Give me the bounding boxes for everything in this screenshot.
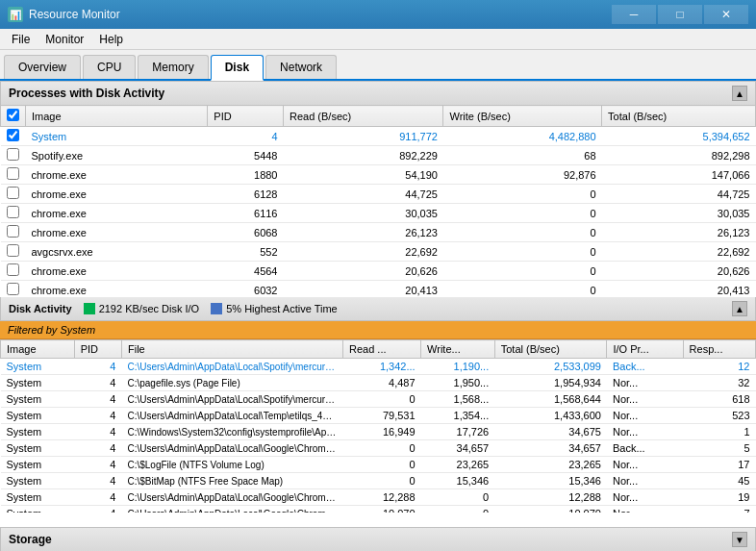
da-col-image: Image	[1, 340, 75, 359]
active-time-icon	[211, 303, 222, 314]
processes-row-8[interactable]: chrome.exe 6032 20,413 0 20,413	[1, 281, 756, 298]
row-image-8: chrome.exe	[26, 281, 208, 298]
disk-activity-table-container: Image PID File Read ... Write... Total (…	[0, 339, 756, 513]
processes-row-3[interactable]: chrome.exe 6128 44,725 0 44,725	[1, 185, 756, 204]
da-row-iopr-7: Nor...	[607, 473, 683, 489]
da-row-file-8: C:\Users\Admin\AppData\Local\Google\Chro…	[121, 489, 342, 506]
row-total-0: 5,394,652	[602, 127, 756, 146]
processes-row-0[interactable]: System 4 911,772 4,482,880 5,394,652	[1, 127, 756, 146]
row-pid-4: 6116	[208, 204, 284, 223]
da-col-file: File	[121, 340, 342, 359]
disk-activity-row-7[interactable]: System 4 C:\$BitMap (NTFS Free Space Map…	[1, 473, 756, 489]
da-row-read-9: 10,070	[342, 506, 420, 513]
disk-activity-row-1[interactable]: System 4 C:\pagefile.sys (Page File) 4,4…	[1, 375, 756, 391]
tab-overview[interactable]: Overview	[4, 55, 81, 79]
row-read-5: 26,123	[284, 223, 443, 242]
disk-activity-row-3[interactable]: System 4 C:\Users\Admin\AppData\Local\Te…	[1, 408, 756, 424]
da-row-write-8: 0	[421, 489, 495, 506]
processes-row-2[interactable]: chrome.exe 1880 54,190 92,876 147,066	[1, 165, 756, 185]
app-icon: 📊	[8, 7, 23, 22]
da-row-resp-8: 19	[683, 489, 755, 506]
row-checkbox-4[interactable]	[1, 204, 26, 223]
da-row-file-0: C:\Users\Admin\AppData\Local\Spotify\mer…	[121, 359, 342, 375]
minimize-button[interactable]: ─	[612, 5, 656, 24]
disk-activity-row-2[interactable]: System 4 C:\Users\Admin\AppData\Local\Sp…	[1, 391, 756, 408]
processes-header[interactable]: Processes with Disk Activity ▲	[0, 81, 756, 105]
da-row-resp-6: 17	[683, 457, 755, 473]
disk-activity-row-0[interactable]: System 4 C:\Users\Admin\AppData\Local\Sp…	[1, 359, 756, 375]
da-row-pid-8: 4	[74, 489, 121, 506]
da-col-write: Write...	[421, 340, 495, 359]
da-row-resp-0: 12	[683, 359, 755, 375]
da-row-file-3: C:\Users\Admin\AppData\Local\Temp\etilqs…	[121, 408, 342, 424]
da-col-iopr: I/O Pr...	[607, 340, 683, 359]
row-checkbox-0[interactable]	[1, 127, 26, 146]
disk-activity-row-4[interactable]: System 4 C:\Windows\System32\config\syst…	[1, 424, 756, 440]
menu-monitor[interactable]: Monitor	[38, 31, 91, 48]
da-row-image-2: System	[1, 391, 75, 408]
row-checkbox-6[interactable]	[1, 242, 26, 262]
row-total-4: 30,035	[602, 204, 756, 223]
da-row-write-9: 0	[421, 506, 495, 513]
filter-label: Filtered by System	[8, 324, 95, 336]
row-checkbox-7[interactable]	[1, 262, 26, 281]
da-row-write-5: 34,657	[421, 440, 495, 457]
row-write-8: 0	[443, 281, 602, 298]
processes-row-1[interactable]: Spotify.exe 5448 892,229 68 892,298	[1, 146, 756, 165]
processes-table-container: Image PID Read (B/sec) Write (B/sec) Tot…	[0, 105, 756, 297]
row-image-6: avgcsrvx.exe	[26, 242, 208, 262]
row-checkbox-3[interactable]	[1, 185, 26, 204]
processes-collapse-btn[interactable]: ▲	[732, 86, 747, 101]
disk-activity-collapse-btn[interactable]: ▲	[732, 301, 747, 316]
da-row-read-7: 0	[342, 473, 420, 489]
close-button[interactable]: ✕	[704, 5, 748, 24]
da-row-read-8: 12,288	[342, 489, 420, 506]
row-checkbox-2[interactable]	[1, 165, 26, 185]
da-row-resp-4: 1	[683, 424, 755, 440]
tab-network[interactable]: Network	[265, 55, 337, 79]
disk-activity-header: Disk Activity 2192 KB/sec Disk I/O 5% Hi…	[0, 297, 756, 321]
da-row-iopr-2: Nor...	[607, 391, 683, 408]
tab-memory[interactable]: Memory	[138, 55, 208, 79]
title-bar: 📊 Resource Monitor ─ □ ✕	[0, 0, 756, 29]
row-read-2: 54,190	[284, 165, 443, 185]
processes-row-4[interactable]: chrome.exe 6116 30,035 0 30,035	[1, 204, 756, 223]
da-row-total-5: 34,657	[494, 440, 607, 457]
row-checkbox-1[interactable]	[1, 146, 26, 165]
storage-collapse-btn[interactable]: ▼	[732, 532, 747, 547]
da-row-iopr-0: Back...	[607, 359, 683, 375]
disk-activity-row-6[interactable]: System 4 C:\$LogFile (NTFS Volume Log) 0…	[1, 457, 756, 473]
disk-activity-title: Disk Activity	[9, 303, 72, 314]
da-row-file-2: C:\Users\Admin\AppData\Local\Spotify\mer…	[121, 391, 342, 408]
processes-row-5[interactable]: chrome.exe 6068 26,123 0 26,123	[1, 223, 756, 242]
tab-bar: Overview CPU Memory Disk Network	[0, 50, 756, 81]
da-row-resp-3: 523	[683, 408, 755, 424]
storage-section[interactable]: Storage ▼	[0, 527, 756, 551]
maximize-button[interactable]: □	[658, 5, 702, 24]
row-total-5: 26,123	[602, 223, 756, 242]
processes-row-6[interactable]: avgcsrvx.exe 552 22,692 0 22,692	[1, 242, 756, 262]
disk-activity-row-9[interactable]: System 4 C:\Users\Admin\AppData\Local\Go…	[1, 506, 756, 513]
tab-cpu[interactable]: CPU	[83, 55, 136, 79]
da-row-iopr-9: Nor...	[607, 506, 683, 513]
da-row-write-0: 1,190...	[421, 359, 495, 375]
da-col-read: Read ...	[342, 340, 420, 359]
da-row-image-0: System	[1, 359, 75, 375]
menu-file[interactable]: File	[4, 31, 38, 48]
select-all-checkbox[interactable]	[7, 109, 19, 121]
filter-bar: Filtered by System	[0, 321, 756, 339]
processes-row-7[interactable]: chrome.exe 4564 20,626 0 20,626	[1, 262, 756, 281]
disk-activity-row-5[interactable]: System 4 C:\Users\Admin\AppData\Local\Go…	[1, 440, 756, 457]
row-checkbox-5[interactable]	[1, 223, 26, 242]
da-row-file-4: C:\Windows\System32\config\systemprofile…	[121, 424, 342, 440]
active-time-value: 5% Highest Active Time	[226, 303, 338, 314]
row-checkbox-8[interactable]	[1, 281, 26, 298]
tab-disk[interactable]: Disk	[211, 55, 264, 81]
da-row-read-5: 0	[342, 440, 420, 457]
row-pid-1: 5448	[208, 146, 284, 165]
da-row-write-7: 15,346	[421, 473, 495, 489]
menu-help[interactable]: Help	[91, 31, 131, 48]
col-image: Image	[26, 106, 208, 127]
row-total-7: 20,626	[602, 262, 756, 281]
disk-activity-row-8[interactable]: System 4 C:\Users\Admin\AppData\Local\Go…	[1, 489, 756, 506]
